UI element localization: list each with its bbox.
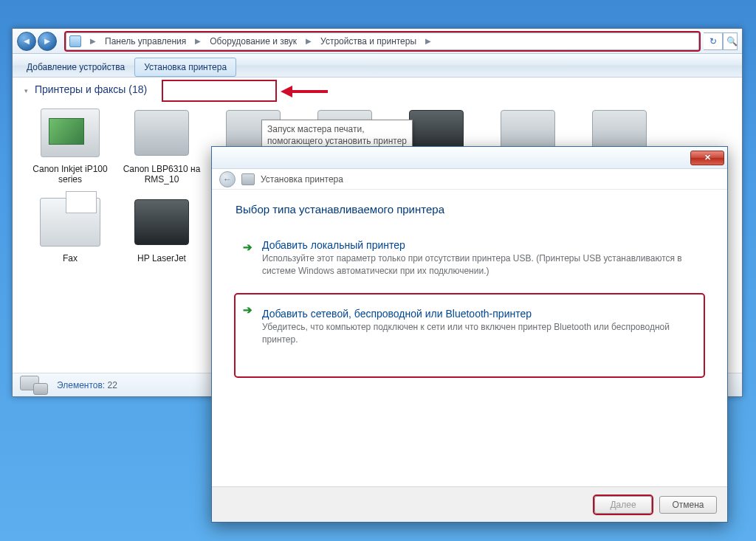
printer-icon [134,199,189,245]
svg-marker-1 [281,86,292,97]
option-network-printer[interactable]: ➔ Добавить сетевой, беспроводной или Blu… [236,294,704,376]
device-label: Canon LBP6310 на RMS_10 [123,164,201,185]
location-icon [69,35,81,47]
arrow-right-icon: ➔ [243,241,252,254]
section-count: (18) [128,83,147,95]
printer-icon [41,108,100,157]
breadcrumb-item[interactable]: Оборудование и звук [207,36,300,46]
wizard-footer: Далее Отмена [212,486,727,522]
section-title: Принтеры и факсы [35,83,126,95]
add-device-button[interactable]: Добавление устройства [17,58,134,77]
device-label: HP LaserJet [137,253,186,263]
next-button[interactable]: Далее [594,496,652,514]
fax-icon [40,198,100,247]
refresh-button[interactable]: ↻ [704,32,723,50]
arrow-right-icon: ➔ [243,303,252,317]
option-title: Добавить локальный принтер [262,239,693,251]
wizard-header: ← Установка принтера [212,169,727,190]
titlebar: ✕ [212,147,727,169]
printer-icon [241,173,255,185]
close-icon: ✕ [704,153,711,162]
add-printer-button[interactable]: Установка принтера [134,58,236,77]
breadcrumb-item[interactable]: Панель управления [102,36,189,46]
nav-back-button[interactable]: ◄ [17,32,36,51]
cancel-button[interactable]: Отмена [659,496,717,514]
printer-icon [134,110,189,156]
device-label: Canon Inkjet iP100 series [31,164,109,185]
wizard-title: Установка принтера [261,174,343,185]
annotation-arrow-icon [279,83,331,100]
close-button[interactable]: ✕ [690,151,724,165]
device-item[interactable]: Canon LBP6310 на RMS_10 [120,103,203,187]
device-item[interactable]: Fax [29,192,111,266]
section-header[interactable]: ▾ Принтеры и факсы (18) [13,77,742,98]
breadcrumb-item[interactable]: Устройства и принтеры [317,36,419,46]
breadcrumb[interactable]: ▶ Панель управления ▶ Оборудование и зву… [66,32,699,50]
address-row: ◄ ► ▶ Панель управления ▶ Оборудование и… [13,29,742,54]
add-printer-wizard: ✕ ← Установка принтера Выбор типа устана… [211,146,728,523]
status-icon [20,376,49,395]
device-item[interactable]: HP LaserJet [120,192,203,266]
option-description: Убедитесь, что компьютер подключен к сет… [262,321,693,347]
nav-forward-button[interactable]: ► [38,32,57,51]
device-item[interactable]: Canon Inkjet iP100 series [29,103,111,187]
device-label: Fax [63,253,78,263]
wizard-heading: Выбор типа устанавливаемого принтера [236,203,704,216]
option-local-printer[interactable]: ➔ Добавить локальный принтер Используйте… [236,232,704,287]
collapse-icon: ▾ [24,87,28,94]
status-count: 22 [108,380,117,390]
toolbar: Добавление устройства Установка принтера [13,54,742,77]
wizard-back-button[interactable]: ← [219,171,236,187]
search-icon: 🔍 [726,36,738,46]
status-label: Элементов: [57,380,105,390]
option-title: Добавить сетевой, беспроводной или Bluet… [262,308,693,320]
option-description: Используйте этот параметр только при отс… [262,252,693,278]
search-input[interactable]: 🔍 [723,32,738,50]
